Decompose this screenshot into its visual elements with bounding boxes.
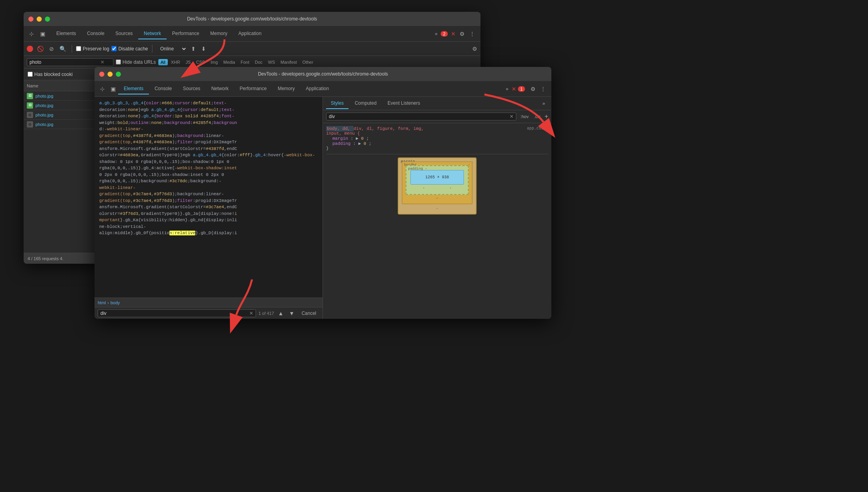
code-line-9: olorstr=#4683ea,GradientType=0)}#gb a.gb… [95, 152, 323, 159]
more-tabs-icon-2[interactable]: » [503, 85, 512, 93]
styles-search-input[interactable] [329, 114, 510, 119]
code-line-16: gradient(top,#3c7ae4,#3f76d3);filter:pro… [95, 198, 323, 204]
settings-icon-network[interactable]: ⚙ [472, 46, 477, 52]
html-content: a.gb_3.gb_3,.gb_4{color:#666;cursor:defa… [95, 97, 323, 298]
css-padding-value: 0 [364, 141, 366, 146]
styles-cls-btn[interactable]: .cls [532, 113, 542, 120]
styles-add-rule-btn[interactable]: + [545, 113, 548, 120]
code-line-17: ansform.Microsoft.gradient(startColorstr… [95, 204, 323, 211]
export-icon[interactable]: ⬇ [200, 45, 208, 53]
code-line-15: gradient(top,#3c7ae4,#3f76d3);background… [95, 191, 323, 198]
minimize-button-1[interactable] [37, 17, 42, 22]
clear-html-search-icon[interactable]: ✕ [249, 311, 253, 316]
close-button-1[interactable] [28, 17, 33, 22]
request-count: 4 / 165 requests 4. [28, 256, 63, 261]
margin-bottom-val: - [402, 207, 473, 211]
tab-console-1[interactable]: Console [82, 28, 110, 39]
tab-sources-2[interactable]: Sources [177, 83, 206, 94]
file-icon-1: 🖼 [27, 93, 33, 99]
box-model-container: margin - border - padding - 1265 × 938 [398, 157, 477, 215]
padding-box: padding - 1265 × 938 - - [406, 165, 469, 195]
html-search-input[interactable] [100, 311, 249, 316]
tab-elements-1[interactable]: Elements [51, 28, 82, 39]
tab-performance-2[interactable]: Performance [234, 83, 272, 94]
tab-performance-1[interactable]: Performance [167, 28, 205, 39]
filter-font[interactable]: Font [238, 59, 252, 65]
search-cancel-button[interactable]: Cancel [299, 310, 319, 317]
preserve-log-checkbox[interactable]: Preserve log [76, 46, 109, 52]
code-line-6: gradient(top,#4387fd,#4683ea);background… [95, 133, 323, 139]
css-selector: body, dd, div, dl, figure, form, img, [326, 126, 424, 131]
settings-icon-1[interactable]: ⚙ [457, 29, 467, 39]
tab-elements-2[interactable]: Elements [118, 83, 149, 94]
devtools-tabs-1: ⊹ ▣ Elements Console Sources Network Per… [24, 26, 480, 42]
tab-memory-1[interactable]: Memory [205, 28, 233, 39]
code-line-2: decoration:none}#gb a.gb_4.gb_4{cursor:d… [95, 107, 323, 113]
cursor-icon[interactable]: ⊹ [27, 29, 36, 39]
devtools-tabs-2: ⊹ ▣ Elements Console Sources Network Per… [95, 81, 551, 97]
search-prev-button[interactable]: ▲ [276, 309, 285, 317]
code-line-19: mportant}.gb_Ka{visibility:hidden}.gb_nd… [95, 217, 323, 224]
tab-styles[interactable]: Styles [326, 98, 349, 109]
tab-event-listeners[interactable]: Event Listeners [383, 98, 425, 109]
record-button[interactable] [27, 46, 33, 52]
tab-application-1[interactable]: Application [233, 28, 267, 39]
disable-cache-input[interactable] [111, 46, 117, 51]
file-icon-3: ⊙ [27, 112, 33, 118]
clear-search-icon[interactable]: ✕ [100, 59, 104, 65]
window-title-1: DevTools - developers.google.com/web/too… [187, 16, 317, 22]
filter-img[interactable]: Img [208, 59, 220, 65]
clear-styles-search-icon[interactable]: ✕ [510, 114, 514, 119]
window-controls-1 [28, 17, 50, 22]
import-icon[interactable]: ⬆ [189, 45, 197, 53]
maximize-button-1[interactable] [45, 17, 50, 22]
tab-application-2[interactable]: Application [300, 83, 335, 94]
network-preset-select[interactable]: Online Fast 3G Slow 3G Offline [156, 45, 187, 53]
styles-tabs: Styles Computed Event Listeners » [323, 97, 551, 110]
filter-all[interactable]: All [158, 59, 168, 65]
preserve-log-input[interactable] [76, 46, 81, 51]
tab-computed[interactable]: Computed [350, 98, 381, 109]
styles-pseudo-btn[interactable]: :hov [519, 113, 530, 120]
minimize-button-2[interactable] [108, 72, 113, 77]
search-icon[interactable]: 🔍 [58, 45, 68, 53]
filter-icon[interactable]: ⊘ [48, 45, 56, 53]
tab-network-1[interactable]: Network [138, 28, 167, 39]
cursor-icon-2[interactable]: ⊹ [98, 84, 107, 94]
box-content-size: 1265 × 938 [410, 170, 464, 185]
settings-icon-2[interactable]: ⚙ [528, 84, 538, 94]
filter-css[interactable]: CSS [194, 59, 208, 65]
tab-sources-1[interactable]: Sources [110, 28, 138, 39]
html-search-bar: ✕ 1 of 417 ▲ ▼ Cancel [95, 307, 323, 319]
filter-media[interactable]: Media [221, 59, 237, 65]
filter-doc[interactable]: Doc [252, 59, 265, 65]
disable-cache-checkbox[interactable]: Disable cache [111, 46, 148, 52]
tab-console-2[interactable]: Console [149, 83, 177, 94]
filter-js[interactable]: JS [183, 59, 193, 65]
has-blocked-checkbox[interactable]: Has blocked cooki [28, 72, 72, 77]
filter-ws[interactable]: WS [266, 59, 278, 65]
filter-other[interactable]: Other [300, 59, 316, 65]
maximize-button-2[interactable] [116, 72, 121, 77]
clear-icon[interactable]: 🚫 [35, 45, 45, 53]
tab-memory-2[interactable]: Memory [272, 83, 300, 94]
more-options-icon-1[interactable]: ⋮ [467, 29, 477, 39]
close-button-2[interactable] [99, 72, 104, 77]
filter-manifest[interactable]: Manifest [278, 59, 299, 65]
code-line-18: olorstr=#3f76d3,GradientType=0)}.gb_Ja{d… [95, 211, 323, 217]
search-input[interactable] [30, 59, 100, 65]
divider-1 [72, 45, 72, 53]
search-next-button[interactable]: ▼ [287, 309, 296, 317]
inspect-icon-2[interactable]: ▣ [108, 84, 118, 94]
more-options-icon-2[interactable]: ⋮ [538, 84, 548, 94]
has-blocked-input[interactable] [28, 72, 33, 77]
code-line-8: ansform.Microsoft.gradient(startColorstr… [95, 146, 323, 152]
hide-data-urls-input[interactable] [116, 59, 121, 65]
css-padding-line: padding : ▶ 0 ; [326, 141, 548, 146]
hide-data-urls-checkbox[interactable]: Hide data URLs [116, 59, 156, 65]
more-styles-tabs[interactable]: » [539, 99, 548, 108]
more-tabs-icon-1[interactable]: » [432, 30, 441, 38]
filter-xhr[interactable]: XHR [169, 59, 182, 65]
inspect-icon[interactable]: ▣ [38, 29, 48, 39]
tab-network-2[interactable]: Network [206, 83, 234, 94]
